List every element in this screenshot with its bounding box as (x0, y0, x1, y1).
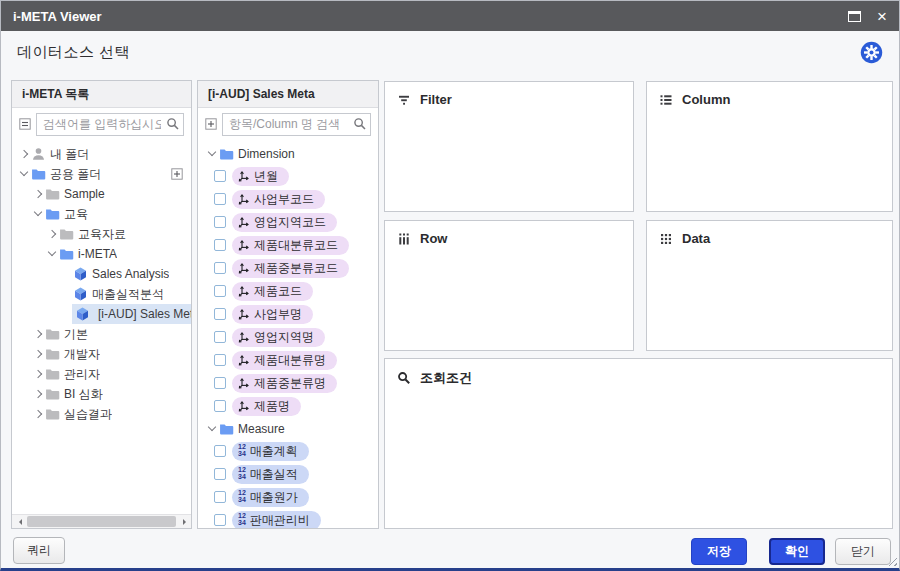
chevron-right-icon[interactable] (32, 188, 44, 200)
column-zone-label: Column (682, 92, 730, 107)
search-icon[interactable] (353, 117, 367, 131)
tree-item-sample[interactable]: Sample (12, 184, 191, 204)
dimension-pill[interactable]: 제품중분류코드 (232, 259, 349, 278)
save-button[interactable]: 저장 (691, 538, 747, 565)
scroll-left-icon[interactable] (12, 515, 26, 528)
chevron-right-icon[interactable] (32, 368, 44, 380)
settings-gear-icon[interactable] (860, 41, 883, 64)
dimension-item[interactable]: 제품명 (198, 395, 378, 417)
ok-button[interactable]: 확인 (769, 538, 825, 565)
dimension-item[interactable]: 제품대분류코드 (198, 234, 378, 256)
measure-item[interactable]: 1234 매출원가 (198, 486, 378, 508)
tree-item-shared-folder[interactable]: 공용 폴더 (12, 164, 191, 184)
tree-item-education[interactable]: 교육 (12, 204, 191, 224)
filter-drop-zone[interactable]: Filter (384, 81, 634, 212)
checkbox[interactable] (214, 216, 226, 228)
folder-icon (59, 227, 74, 241)
query-condition-zone[interactable]: 조회조건 (384, 358, 893, 529)
checkbox[interactable] (214, 262, 226, 274)
checkbox[interactable] (214, 285, 226, 297)
measure-pill[interactable]: 1234 판매관리비 (232, 511, 321, 529)
tree-item-practice-result[interactable]: 실습결과 (12, 404, 191, 424)
scrollbar-thumb[interactable] (27, 516, 176, 527)
tree-item-education-material[interactable]: 교육자료 (12, 224, 191, 244)
dimension-pill[interactable]: 제품중분류명 (232, 374, 337, 393)
checkbox[interactable] (214, 491, 226, 503)
checkbox[interactable] (214, 193, 226, 205)
measure-item[interactable]: 1234 매출실적 (198, 463, 378, 485)
chevron-down-icon[interactable] (206, 148, 218, 160)
dimension-pill[interactable]: 년월 (232, 167, 289, 186)
chevron-down-icon[interactable] (46, 248, 58, 260)
chevron-right-icon[interactable] (18, 148, 30, 160)
measure-pill[interactable]: 1234 매출계획 (232, 442, 309, 461)
checkbox[interactable] (214, 514, 226, 526)
data-drop-zone[interactable]: Data (646, 220, 893, 351)
chevron-down-icon[interactable] (18, 168, 30, 180)
dimension-item[interactable]: 제품대분류명 (198, 349, 378, 371)
left-search-input[interactable] (36, 113, 184, 136)
checkbox[interactable] (214, 354, 226, 366)
chevron-down-icon[interactable] (32, 208, 44, 220)
chevron-right-icon[interactable] (32, 348, 44, 360)
row-drop-zone[interactable]: Row (384, 220, 634, 351)
dimension-pill[interactable]: 영업지역명 (232, 328, 325, 347)
expand-all-icon[interactable] (171, 168, 183, 180)
dimension-item[interactable]: 년월 (198, 165, 378, 187)
checkbox[interactable] (214, 239, 226, 251)
chevron-down-icon[interactable] (206, 423, 218, 435)
meta-search-input[interactable] (222, 113, 371, 136)
tree-item-imeta-folder[interactable]: i-META (12, 244, 191, 264)
measure-pill[interactable]: 1234 매출원가 (232, 488, 309, 507)
checkbox[interactable] (214, 445, 226, 457)
dimension-pill[interactable]: 제품대분류코드 (232, 236, 349, 255)
maximize-icon[interactable] (848, 11, 861, 22)
dimension-pill[interactable]: 영업지역코드 (232, 213, 337, 232)
measure-pill[interactable]: 1234 매출실적 (232, 465, 309, 484)
checkbox[interactable] (214, 400, 226, 412)
checkbox[interactable] (214, 468, 226, 480)
close-icon[interactable]: × (877, 8, 887, 25)
dimension-item[interactable]: 제품코드 (198, 280, 378, 302)
dimension-pill[interactable]: 제품코드 (232, 282, 313, 301)
checkbox[interactable] (214, 170, 226, 182)
tree-item-sales-performance[interactable]: 매출실적분석 (12, 284, 191, 304)
numbers-icon: 1234 (238, 513, 246, 526)
checkbox[interactable] (214, 308, 226, 320)
dimension-pill[interactable]: 사업부명 (232, 305, 313, 324)
tree-item-basic[interactable]: 기본 (12, 324, 191, 344)
dimension-pill[interactable]: 제품명 (232, 397, 301, 416)
tree-item-developer[interactable]: 개발자 (12, 344, 191, 364)
dimension-item[interactable]: 사업부코드 (198, 188, 378, 210)
chevron-right-icon[interactable] (32, 408, 44, 420)
close-button[interactable]: 닫기 (835, 538, 891, 565)
measure-item[interactable]: 1234 매출계획 (198, 440, 378, 462)
measure-folder[interactable]: Measure (198, 419, 378, 439)
measure-item[interactable]: 1234 판매관리비 (198, 509, 378, 528)
checkbox[interactable] (214, 331, 226, 343)
tree-item-my-folder[interactable]: 내 폴더 (12, 144, 191, 164)
checkbox[interactable] (214, 377, 226, 389)
dimension-pill[interactable]: 사업부코드 (232, 190, 325, 209)
dimension-item[interactable]: 제품중분류명 (198, 372, 378, 394)
chevron-right-icon[interactable] (32, 388, 44, 400)
tree-item-admin[interactable]: 관리자 (12, 364, 191, 384)
query-button[interactable]: 쿼리 (13, 537, 65, 564)
chevron-right-icon[interactable] (32, 328, 44, 340)
column-drop-zone[interactable]: Column (646, 81, 893, 212)
dimension-pill[interactable]: 제품대분류명 (232, 351, 337, 370)
tree-item-bi-advanced[interactable]: BI 심화 (12, 384, 191, 404)
dimension-folder[interactable]: Dimension (198, 144, 378, 164)
horizontal-scrollbar[interactable] (12, 514, 191, 528)
tree-item-iaud-sales-meta-selected[interactable]: [i-AUD] Sales Meta (12, 304, 191, 324)
dimension-item[interactable]: 영업지역명 (198, 326, 378, 348)
tree-item-sales-analysis[interactable]: Sales Analysis (12, 264, 191, 284)
expand-all-icon[interactable] (205, 118, 217, 130)
dimension-item[interactable]: 영업지역코드 (198, 211, 378, 233)
dimension-item[interactable]: 제품중분류코드 (198, 257, 378, 279)
chevron-right-icon[interactable] (46, 228, 58, 240)
scroll-right-icon[interactable] (177, 515, 191, 528)
search-icon[interactable] (166, 117, 180, 131)
collapse-all-icon[interactable] (19, 118, 31, 130)
dimension-item[interactable]: 사업부명 (198, 303, 378, 325)
